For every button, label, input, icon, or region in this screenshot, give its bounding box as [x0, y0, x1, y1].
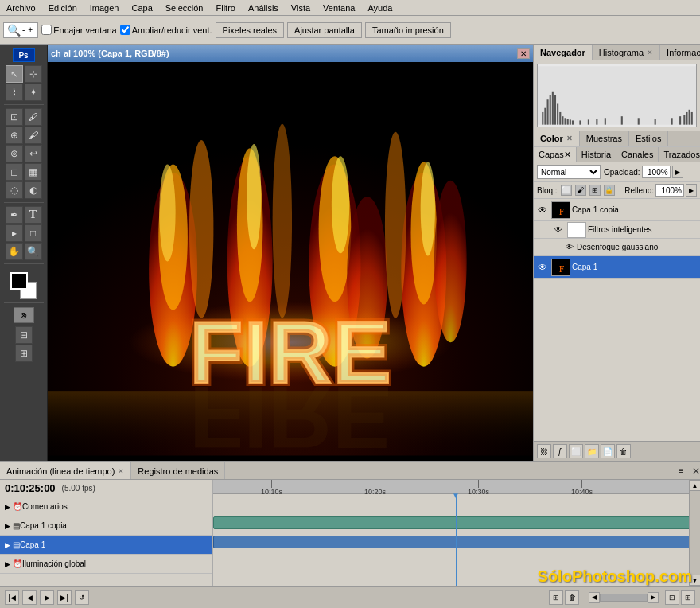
menu-vista[interactable]: Vista	[285, 2, 317, 14]
opacity-arrow[interactable]: ▶	[672, 166, 683, 178]
blur-tool[interactable]: ◌	[6, 181, 23, 199]
lock-all[interactable]: 🔒	[604, 185, 615, 196]
prev-frame-btn[interactable]: ◀	[22, 590, 37, 605]
goto-start-btn[interactable]: |◀	[5, 590, 19, 605]
move-tool[interactable]: ↖	[6, 65, 23, 83]
tab-color[interactable]: Color ✕	[534, 131, 580, 146]
tab-canales[interactable]: Canales	[616, 147, 659, 162]
tab-animacion[interactable]: Animación (linea de tiempo) ✕	[0, 462, 131, 479]
layer-style-btn[interactable]: ƒ	[553, 444, 567, 458]
timeline-playhead[interactable]	[456, 494, 457, 586]
scroll-right-btn[interactable]: ▶	[648, 592, 659, 603]
zoom-out-icon[interactable]: 🔍	[7, 24, 21, 37]
tab-capas-close[interactable]: ✕	[564, 150, 571, 160]
new-group-btn[interactable]: 📁	[585, 444, 599, 458]
tab-muestras[interactable]: Muestras	[580, 131, 629, 146]
encajar-input[interactable]	[41, 25, 52, 35]
tab-historia[interactable]: Historia	[577, 147, 616, 162]
eraser-tool[interactable]: ◻	[6, 163, 23, 181]
ampliar-input[interactable]	[120, 25, 130, 35]
layer-sub-eye-filtros[interactable]: 👁	[551, 223, 566, 237]
brush-tool[interactable]: 🖌	[25, 127, 42, 144]
opacity-input[interactable]	[642, 166, 671, 178]
tamano-button[interactable]: Tamaño impresión	[365, 22, 451, 38]
tab-capas[interactable]: Capas ✕	[534, 147, 577, 162]
h-scroll-thumb[interactable]	[600, 594, 648, 602]
screen-mode-btn[interactable]: ⊟	[15, 326, 33, 344]
lasso-tool[interactable]: ⌇	[6, 84, 23, 101]
view-btn[interactable]: ⊞	[15, 345, 33, 362]
type-tool[interactable]: T	[25, 206, 42, 224]
layer-sub-eye-desenfoque[interactable]: 👁	[562, 240, 577, 255]
layer-mask-btn[interactable]: ⬜	[569, 444, 583, 458]
ajustar-button[interactable]: Ajustar pantalla	[287, 22, 362, 38]
crop-tool[interactable]: ⊡	[6, 108, 23, 126]
timeline-close-btn[interactable]: ✕	[692, 466, 700, 477]
tab-histograma[interactable]: Histograma ✕	[593, 45, 660, 60]
tab-color-close[interactable]: ✕	[566, 134, 573, 142]
healing-tool[interactable]: ⊕	[6, 127, 23, 144]
menu-edicion[interactable]: Edición	[42, 2, 84, 14]
link-layers-btn[interactable]: ⛓	[537, 444, 551, 458]
selection-tool[interactable]: ⊹	[25, 65, 42, 83]
menu-analisis[interactable]: Análisis	[242, 2, 285, 14]
fill-input[interactable]	[655, 184, 684, 197]
menu-filtro[interactable]: Filtro	[209, 2, 241, 14]
lock-image[interactable]: 🖌	[575, 185, 586, 196]
next-frame-btn[interactable]: ▶|	[57, 590, 72, 605]
zoom-tool[interactable]: 🔍	[25, 243, 42, 260]
lock-position[interactable]: ⊞	[589, 185, 601, 196]
h-scrollbar[interactable]: ◀ ▶	[589, 592, 659, 603]
tab-estilos[interactable]: Estilos	[629, 131, 668, 146]
convert-btn[interactable]: ⊞	[549, 590, 563, 605]
tab-informacion[interactable]: Información	[660, 45, 700, 60]
loop-forever-btn[interactable]: ⊞	[681, 590, 695, 605]
menu-archivo[interactable]: Archivo	[0, 2, 42, 14]
blend-mode-select[interactable]: Normal	[537, 165, 601, 179]
clone-tool[interactable]: ⊚	[6, 145, 23, 162]
track-capa1[interactable]: ▶ ▤ Capa 1	[0, 536, 212, 555]
canvas-close-button[interactable]: ✕	[517, 48, 530, 59]
ampliar-checkbox[interactable]: Ampliar/reducir vent.	[120, 25, 212, 35]
fill-arrow[interactable]: ▶	[686, 184, 697, 197]
delete-frame-btn[interactable]: 🗑	[565, 590, 579, 605]
menu-imagen[interactable]: Imagen	[84, 2, 126, 14]
tab-histograma-close[interactable]: ✕	[647, 49, 653, 57]
hand-tool[interactable]: ✋	[6, 243, 23, 260]
color-picker[interactable]	[10, 272, 37, 299]
play-btn[interactable]: ▶	[40, 590, 54, 605]
track-iluminacion-expand[interactable]: ▶	[2, 559, 13, 570]
tab-trazados[interactable]: Trazados	[659, 147, 700, 162]
tab-animacion-close[interactable]: ✕	[118, 467, 124, 475]
encajar-checkbox[interactable]: Encajar ventana	[41, 25, 117, 35]
menu-capa[interactable]: Capa	[125, 2, 158, 14]
layer-item-capa1[interactable]: 👁 F Capa 1	[534, 256, 700, 279]
layer-item-capa1copia[interactable]: 👁 F Capa 1 copia	[534, 199, 700, 221]
track-capa1-expand[interactable]: ▶	[2, 540, 13, 551]
eyedropper-tool[interactable]: 🖋	[25, 108, 42, 126]
pen-tool[interactable]: ✒	[6, 206, 23, 224]
shape-tool[interactable]: □	[25, 224, 42, 242]
scroll-left-btn[interactable]: ◀	[589, 592, 600, 603]
timeline-menu-button[interactable]: ≡	[673, 462, 689, 480]
track-comentarios-expand[interactable]: ▶	[2, 501, 13, 513]
layer-eye-capa1copia[interactable]: 👁	[535, 203, 550, 217]
loop-btn[interactable]: ↺	[75, 590, 89, 605]
tab-registro[interactable]: Registro de medidas	[131, 462, 225, 479]
quick-mask-btn[interactable]: ⊗	[14, 307, 34, 323]
lock-transparency[interactable]: ⬜	[561, 185, 572, 196]
pixeles-button[interactable]: Pixeles reales	[216, 22, 284, 38]
track-capa1copia-expand[interactable]: ▶	[2, 520, 13, 532]
tab-navegador[interactable]: Navegador	[534, 45, 593, 60]
scroll-up-btn[interactable]: ▲	[690, 480, 701, 491]
loop-once-btn[interactable]: ⊡	[665, 590, 679, 605]
gradient-tool[interactable]: ▦	[25, 163, 42, 181]
magic-wand-tool[interactable]: ✦	[25, 84, 42, 101]
new-layer-btn[interactable]: 📄	[601, 444, 615, 458]
path-selection[interactable]: ▸	[6, 224, 23, 242]
layer-eye-capa1[interactable]: 👁	[535, 260, 550, 275]
menu-ventana[interactable]: Ventana	[317, 2, 361, 14]
history-brush[interactable]: ↩	[25, 145, 42, 162]
dodge-tool[interactable]: ◐	[25, 181, 42, 199]
foreground-color[interactable]	[10, 272, 28, 290]
